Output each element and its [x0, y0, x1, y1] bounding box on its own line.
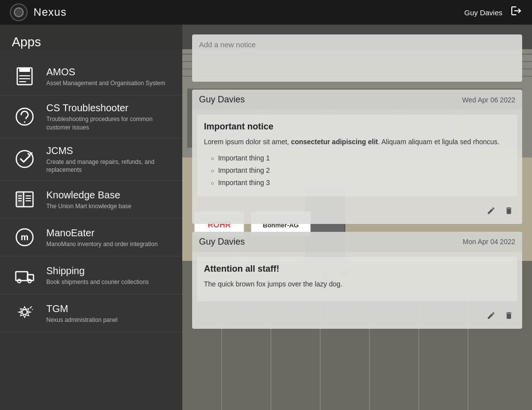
main-content: Guy Davies Wed Apr 06 2022 Important not…: [182, 25, 532, 410]
list-item: Important thing 1: [211, 152, 510, 164]
notice-card-1-list: Important thing 1 Important thing 2 Impo…: [204, 152, 510, 189]
amos-desc: Asset Management and Organisation System: [46, 79, 165, 88]
tgm-icon: [12, 300, 37, 326]
notice-card-1-date: Wed Apr 06 2022: [462, 96, 515, 104]
navbar-right: Guy Davies: [464, 5, 522, 20]
mano-icon: m: [12, 224, 37, 250]
jcms-desc: Create and manage repairs, refunds, and …: [46, 158, 170, 175]
svg-rect-46: [16, 192, 24, 207]
sidebar-item-manoeater[interactable]: m ManoEater ManoMano inventory and order…: [0, 219, 182, 256]
notice-card-1-author: Guy Davies: [199, 95, 245, 105]
svg-point-61: [22, 310, 27, 315]
sidebar-item-jcms[interactable]: JCMS Create and manage repairs, refunds,…: [0, 138, 182, 181]
notice-card-2-author: Guy Davies: [199, 237, 245, 247]
mano-text: ManoEater ManoMano inventory and order i…: [46, 226, 158, 249]
notice-input[interactable]: [199, 40, 515, 74]
svg-point-64: [31, 306, 32, 307]
svg-text:m: m: [21, 232, 29, 242]
kb-icon: [12, 187, 37, 212]
kb-name: Knowledge Base: [46, 189, 132, 201]
cs-name: CS Troubleshooter: [46, 101, 170, 114]
mano-name: ManoEater: [46, 226, 158, 239]
shipping-name: Shipping: [46, 264, 149, 277]
notice-card-2-title: Attention all staff!: [204, 264, 510, 274]
mano-desc: ManoMano inventory and order integration: [46, 240, 158, 249]
shipping-desc: Book shipments and courier collections: [46, 278, 149, 286]
amos-icon: [12, 63, 37, 89]
notice-card-2: Guy Davies Mon Apr 04 2022 Attention all…: [192, 232, 522, 329]
notice-card-2-header: Guy Davies Mon Apr 04 2022: [192, 232, 522, 252]
sidebar-item-shipping[interactable]: Shipping Book shipments and courier coll…: [0, 256, 182, 294]
sidebar-heading: Apps: [0, 34, 182, 58]
cs-icon: [12, 104, 37, 129]
amos-text: AMOS Asset Management and Organisation S…: [46, 65, 165, 88]
svg-rect-35: [19, 68, 30, 72]
sidebar-item-cs[interactable]: CS Troubleshooter Troubleshooting proced…: [0, 95, 182, 138]
notice-card-1-text: Lorem ipsum dolor sit amet, consectetur …: [204, 137, 510, 147]
shipping-icon: [12, 262, 37, 288]
sidebar: Apps AMOS Asset Management and Organisat…: [0, 25, 182, 410]
notice-card-2-date: Mon Apr 04 2022: [463, 238, 515, 246]
kb-text: Knowledge Base The Union Mart knowledge …: [46, 189, 132, 211]
jcms-text: JCMS Create and manage repairs, refunds,…: [46, 144, 170, 175]
svg-rect-56: [16, 272, 28, 281]
navbar-user: Guy Davies: [464, 8, 502, 17]
notice-card-1-edit-button[interactable]: [485, 204, 498, 219]
tgm-text: TGM Nexus administration panel: [46, 302, 118, 324]
notice-card-2-text: The quick brown fox jumps over the lazy …: [204, 279, 510, 289]
jcms-name: JCMS: [46, 144, 170, 157]
tgm-name: TGM: [46, 302, 118, 315]
jcms-icon: [12, 146, 37, 172]
svg-point-62: [30, 307, 32, 309]
svg-point-63: [32, 309, 33, 310]
notice-card-1-header: Guy Davies Wed Apr 06 2022: [192, 90, 522, 110]
tgm-desc: Nexus administration panel: [46, 316, 118, 324]
app-title: Nexus: [33, 6, 66, 19]
kb-desc: The Union Mart knowledge base: [46, 202, 132, 211]
logout-icon[interactable]: [510, 5, 522, 20]
svg-point-40: [24, 121, 26, 123]
navbar-left: Nexus: [10, 3, 66, 21]
notice-card-2-edit-button[interactable]: [485, 309, 498, 324]
notice-card-2-delete-button[interactable]: [502, 309, 515, 324]
notice-card-1-footer: [192, 201, 522, 224]
sidebar-item-knowledge-base[interactable]: Knowledge Base The Union Mart knowledge …: [0, 181, 182, 219]
navbar: Nexus Guy Davies: [0, 0, 532, 25]
notice-card-1-delete-button[interactable]: [502, 204, 515, 219]
notice-card-1-body: Important notice Lorem ipsum dolor sit a…: [197, 115, 517, 196]
notice-card-2-footer: [192, 306, 522, 329]
list-item: Important thing 3: [211, 177, 510, 189]
notice-card-1: Guy Davies Wed Apr 06 2022 Important not…: [192, 90, 522, 224]
nexus-logo: [10, 3, 28, 21]
notice-input-container: [192, 34, 522, 82]
sidebar-item-amos[interactable]: AMOS Asset Management and Organisation S…: [0, 58, 182, 95]
notice-card-2-body: Attention all staff! The quick brown fox…: [197, 257, 517, 301]
amos-name: AMOS: [46, 65, 165, 78]
nexus-logo-inner: [14, 7, 24, 17]
shipping-text: Shipping Book shipments and courier coll…: [46, 264, 149, 286]
list-item: Important thing 2: [211, 164, 510, 177]
cs-desc: Troubleshooting procedures for common cu…: [46, 115, 170, 132]
cs-text: CS Troubleshooter Troubleshooting proced…: [46, 101, 170, 132]
sidebar-item-tgm[interactable]: TGM Nexus administration panel: [0, 294, 182, 332]
notice-card-1-title: Important notice: [204, 122, 510, 132]
